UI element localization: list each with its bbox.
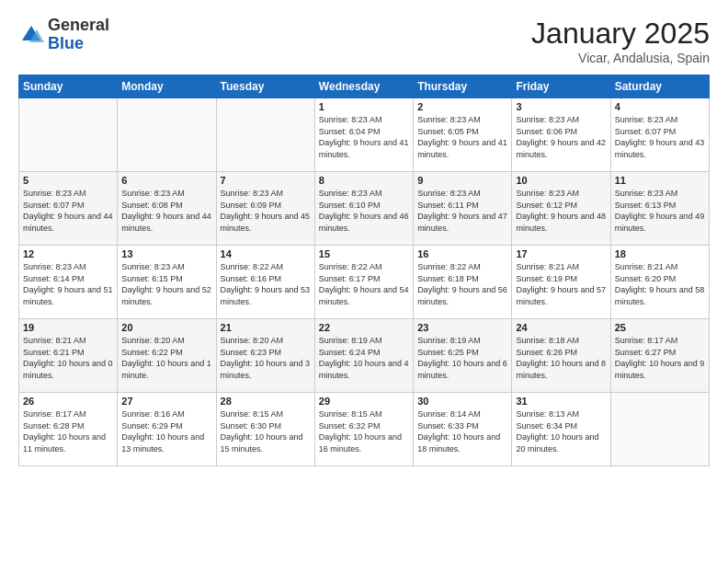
- calendar-table: Sunday Monday Tuesday Wednesday Thursday…: [18, 75, 710, 466]
- day-info: Sunrise: 8:14 AM Sunset: 6:33 PM Dayligh…: [417, 408, 507, 454]
- day-number: 18: [615, 248, 705, 259]
- day-number: 25: [615, 322, 705, 333]
- day-cell: 28Sunrise: 8:15 AM Sunset: 6:30 PM Dayli…: [216, 393, 314, 466]
- day-number: 6: [121, 175, 211, 186]
- day-number: 2: [417, 101, 507, 112]
- day-cell: 22Sunrise: 8:19 AM Sunset: 6:24 PM Dayli…: [314, 319, 413, 393]
- week-row-4: 26Sunrise: 8:17 AM Sunset: 6:28 PM Dayli…: [19, 393, 710, 466]
- day-number: 3: [516, 101, 606, 112]
- day-cell: 29Sunrise: 8:15 AM Sunset: 6:32 PM Dayli…: [314, 393, 413, 466]
- title-block: January 2025 Vicar, Andalusia, Spain: [531, 17, 710, 65]
- day-cell: 30Sunrise: 8:14 AM Sunset: 6:33 PM Dayli…: [414, 393, 512, 466]
- logo-text: General Blue: [48, 17, 109, 53]
- day-info: Sunrise: 8:21 AM Sunset: 6:21 PM Dayligh…: [23, 335, 113, 381]
- day-number: 7: [221, 175, 311, 186]
- week-row-2: 12Sunrise: 8:23 AM Sunset: 6:14 PM Dayli…: [19, 246, 710, 319]
- day-info: Sunrise: 8:23 AM Sunset: 6:15 PM Dayligh…: [121, 261, 211, 307]
- day-number: 17: [516, 248, 606, 259]
- day-cell: 25Sunrise: 8:17 AM Sunset: 6:27 PM Dayli…: [610, 319, 709, 393]
- day-info: Sunrise: 8:23 AM Sunset: 6:13 PM Dayligh…: [615, 188, 705, 234]
- day-info: Sunrise: 8:22 AM Sunset: 6:16 PM Dayligh…: [221, 261, 311, 307]
- day-number: 5: [23, 175, 113, 186]
- calendar-subtitle: Vicar, Andalusia, Spain: [531, 51, 710, 65]
- day-number: 26: [23, 396, 113, 407]
- col-friday: Friday: [512, 75, 610, 98]
- day-info: Sunrise: 8:23 AM Sunset: 6:12 PM Dayligh…: [516, 188, 606, 234]
- col-tuesday: Tuesday: [216, 75, 314, 98]
- day-number: 11: [615, 175, 705, 186]
- day-number: 10: [516, 175, 606, 186]
- col-thursday: Thursday: [414, 75, 512, 98]
- day-cell: 10Sunrise: 8:23 AM Sunset: 6:12 PM Dayli…: [512, 172, 610, 246]
- logo: General Blue: [18, 17, 109, 53]
- day-number: 16: [417, 248, 507, 259]
- day-cell: 3Sunrise: 8:23 AM Sunset: 6:06 PM Daylig…: [512, 98, 610, 172]
- col-wednesday: Wednesday: [314, 75, 413, 98]
- day-cell: 9Sunrise: 8:23 AM Sunset: 6:11 PM Daylig…: [414, 172, 512, 246]
- day-cell: 8Sunrise: 8:23 AM Sunset: 6:10 PM Daylig…: [314, 172, 413, 246]
- day-cell: 1Sunrise: 8:23 AM Sunset: 6:04 PM Daylig…: [314, 98, 413, 172]
- day-info: Sunrise: 8:23 AM Sunset: 6:07 PM Dayligh…: [615, 114, 705, 160]
- day-number: 23: [417, 322, 507, 333]
- day-cell: 20Sunrise: 8:20 AM Sunset: 6:22 PM Dayli…: [118, 319, 216, 393]
- day-cell: 7Sunrise: 8:23 AM Sunset: 6:09 PM Daylig…: [216, 172, 314, 246]
- day-info: Sunrise: 8:20 AM Sunset: 6:23 PM Dayligh…: [221, 335, 311, 381]
- day-info: Sunrise: 8:21 AM Sunset: 6:20 PM Dayligh…: [615, 261, 705, 307]
- calendar-title: January 2025: [531, 17, 710, 51]
- day-cell: 4Sunrise: 8:23 AM Sunset: 6:07 PM Daylig…: [610, 98, 709, 172]
- day-number: 22: [319, 322, 409, 333]
- day-cell: 15Sunrise: 8:22 AM Sunset: 6:17 PM Dayli…: [314, 246, 413, 319]
- day-cell: 17Sunrise: 8:21 AM Sunset: 6:19 PM Dayli…: [512, 246, 610, 319]
- day-info: Sunrise: 8:23 AM Sunset: 6:11 PM Dayligh…: [417, 188, 507, 234]
- day-cell: 12Sunrise: 8:23 AM Sunset: 6:14 PM Dayli…: [19, 246, 118, 319]
- day-info: Sunrise: 8:15 AM Sunset: 6:30 PM Dayligh…: [221, 408, 311, 454]
- calendar-header: Sunday Monday Tuesday Wednesday Thursday…: [19, 75, 710, 98]
- header: General Blue January 2025 Vicar, Andalus…: [18, 17, 710, 65]
- logo-icon: [18, 22, 44, 48]
- logo-general: General: [48, 17, 109, 35]
- day-cell: 5Sunrise: 8:23 AM Sunset: 6:07 PM Daylig…: [19, 172, 118, 246]
- day-cell: 27Sunrise: 8:16 AM Sunset: 6:29 PM Dayli…: [118, 393, 216, 466]
- day-cell: [216, 98, 314, 172]
- col-monday: Monday: [118, 75, 216, 98]
- day-cell: 6Sunrise: 8:23 AM Sunset: 6:08 PM Daylig…: [118, 172, 216, 246]
- day-cell: [610, 393, 709, 466]
- day-info: Sunrise: 8:23 AM Sunset: 6:07 PM Dayligh…: [23, 188, 113, 234]
- day-cell: 16Sunrise: 8:22 AM Sunset: 6:18 PM Dayli…: [414, 246, 512, 319]
- day-cell: 24Sunrise: 8:18 AM Sunset: 6:26 PM Dayli…: [512, 319, 610, 393]
- calendar-page: General Blue January 2025 Vicar, Andalus…: [0, 0, 728, 563]
- day-number: 4: [615, 101, 705, 112]
- day-number: 31: [516, 396, 606, 407]
- day-info: Sunrise: 8:19 AM Sunset: 6:25 PM Dayligh…: [417, 335, 507, 381]
- day-info: Sunrise: 8:22 AM Sunset: 6:17 PM Dayligh…: [319, 261, 409, 307]
- calendar-body: 1Sunrise: 8:23 AM Sunset: 6:04 PM Daylig…: [19, 98, 710, 466]
- day-number: 20: [121, 322, 211, 333]
- day-info: Sunrise: 8:20 AM Sunset: 6:22 PM Dayligh…: [121, 335, 211, 381]
- day-info: Sunrise: 8:23 AM Sunset: 6:10 PM Dayligh…: [319, 188, 409, 234]
- day-cell: [118, 98, 216, 172]
- day-number: 24: [516, 322, 606, 333]
- day-number: 28: [221, 396, 311, 407]
- day-number: 29: [319, 396, 409, 407]
- day-cell: 14Sunrise: 8:22 AM Sunset: 6:16 PM Dayli…: [216, 246, 314, 319]
- day-number: 15: [319, 248, 409, 259]
- day-number: 8: [319, 175, 409, 186]
- day-info: Sunrise: 8:23 AM Sunset: 6:14 PM Dayligh…: [23, 261, 113, 307]
- day-info: Sunrise: 8:18 AM Sunset: 6:26 PM Dayligh…: [516, 335, 606, 381]
- logo-blue: Blue: [48, 35, 109, 53]
- day-cell: 31Sunrise: 8:13 AM Sunset: 6:34 PM Dayli…: [512, 393, 610, 466]
- day-cell: 19Sunrise: 8:21 AM Sunset: 6:21 PM Dayli…: [19, 319, 118, 393]
- day-number: 30: [417, 396, 507, 407]
- day-number: 9: [417, 175, 507, 186]
- col-sunday: Sunday: [19, 75, 118, 98]
- day-cell: 11Sunrise: 8:23 AM Sunset: 6:13 PM Dayli…: [610, 172, 709, 246]
- day-number: 13: [121, 248, 211, 259]
- day-cell: 13Sunrise: 8:23 AM Sunset: 6:15 PM Dayli…: [118, 246, 216, 319]
- day-info: Sunrise: 8:13 AM Sunset: 6:34 PM Dayligh…: [516, 408, 606, 454]
- day-cell: 23Sunrise: 8:19 AM Sunset: 6:25 PM Dayli…: [414, 319, 512, 393]
- day-number: 14: [221, 248, 311, 259]
- day-cell: 21Sunrise: 8:20 AM Sunset: 6:23 PM Dayli…: [216, 319, 314, 393]
- week-row-3: 19Sunrise: 8:21 AM Sunset: 6:21 PM Dayli…: [19, 319, 710, 393]
- day-cell: 26Sunrise: 8:17 AM Sunset: 6:28 PM Dayli…: [19, 393, 118, 466]
- day-number: 12: [23, 248, 113, 259]
